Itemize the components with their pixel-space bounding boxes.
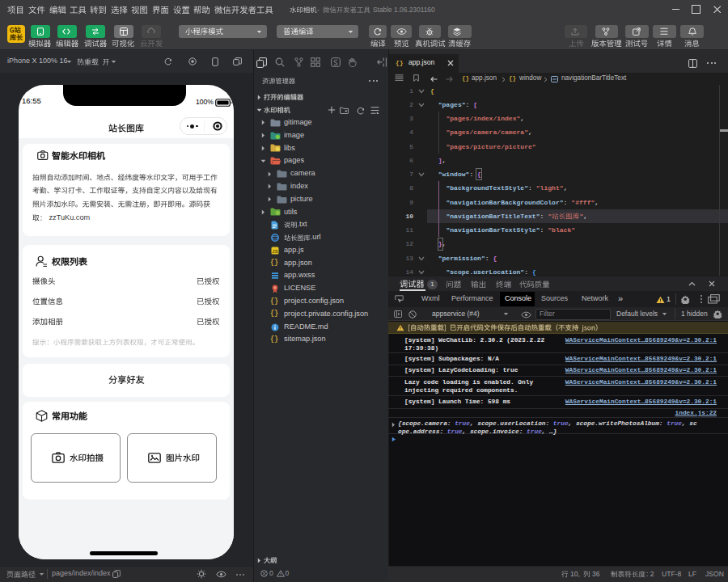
svg-text:JS: JS [272, 248, 277, 253]
